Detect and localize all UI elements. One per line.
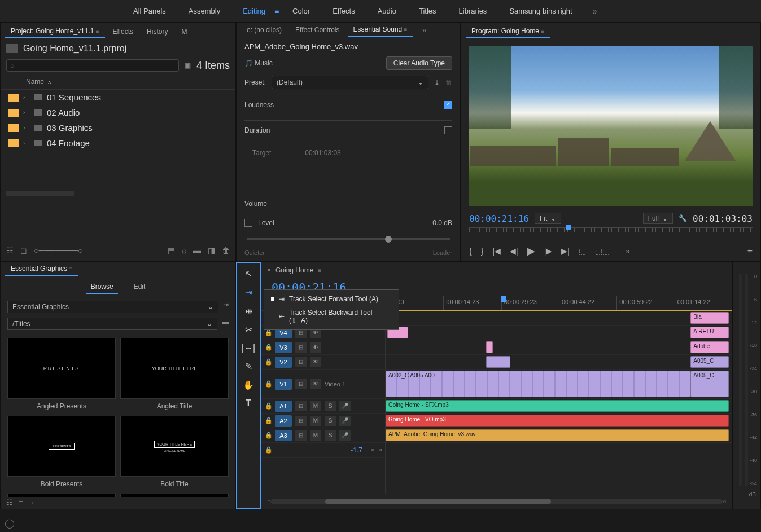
selection-tool-icon[interactable]: ↖: [245, 269, 252, 279]
scroll-handle-right[interactable]: ○: [723, 498, 727, 505]
effect-controls-tab[interactable]: Effect Controls: [290, 24, 345, 36]
master-track[interactable]: 🔒-1.7⇤⇥: [261, 443, 385, 458]
mic-icon[interactable]: 🎤: [339, 430, 351, 441]
duration-label[interactable]: Duration: [244, 126, 270, 134]
pen-tool-icon[interactable]: ✎: [245, 361, 252, 372]
play-icon[interactable]: ▶: [527, 245, 535, 257]
workspace-all-panels[interactable]: All Panels: [124, 3, 175, 19]
track-select-backward-tool[interactable]: ⇤Track Select Backward Tool (⇧+A): [264, 306, 399, 327]
new-folder-icon[interactable]: ▬: [193, 246, 201, 255]
workspace-overflow-icon[interactable]: »: [586, 5, 604, 18]
a3-row[interactable]: APM_Adobe_Going Home_v3.wav: [386, 428, 732, 443]
timeline-ruler[interactable]: 00:00 00:00:14:23 00:00:29:23 00:00:44:2…: [386, 296, 732, 311]
list-view-icon[interactable]: ☷: [6, 499, 12, 507]
tab-menu-icon[interactable]: ≡: [404, 27, 408, 33]
workspace-libraries[interactable]: Libraries: [450, 3, 496, 19]
eye-icon[interactable]: 👁: [310, 357, 321, 367]
graphic-item-bold-presents[interactable]: PRESENTS Bold Presents: [7, 416, 116, 488]
new-bin-icon[interactable]: ▣: [185, 61, 191, 69]
graphics-folder-select[interactable]: Essential Graphics⌄: [7, 301, 218, 313]
resolution-select[interactable]: Full⌄: [643, 213, 673, 224]
bin-footage[interactable]: ›04 Footage: [1, 135, 235, 151]
lock-icon[interactable]: 🔒: [265, 358, 272, 366]
track-select-tool-icon[interactable]: ⇥: [245, 287, 252, 298]
expand-icon[interactable]: ›: [23, 109, 30, 116]
clip[interactable]: A RETU: [690, 327, 729, 338]
sync-lock-icon[interactable]: ⊟: [295, 357, 307, 367]
track-header-v2[interactable]: 🔒V2⊟👁: [261, 355, 385, 370]
graphic-item-angled-title[interactable]: YOUR TITLE HERE Angled Title: [120, 338, 229, 410]
graphics-path-select[interactable]: /Titles⌄: [7, 318, 217, 330]
volume-slider[interactable]: [247, 238, 450, 240]
sync-lock-icon[interactable]: ⊟: [295, 401, 307, 411]
delete-preset-icon[interactable]: 🗑: [445, 78, 452, 86]
sync-lock-icon[interactable]: ⊟: [295, 430, 307, 441]
graphic-item-angled-presents[interactable]: PRESENTS Angled Presents: [7, 338, 116, 410]
sequence-name[interactable]: Going Home: [275, 266, 313, 274]
snap-icon[interactable]: ⇤⇥: [371, 446, 382, 454]
solo-button[interactable]: S: [325, 416, 336, 426]
sync-lock-icon[interactable]: ⊟: [295, 342, 307, 353]
icon-view-icon[interactable]: ◻: [20, 246, 27, 255]
track-select-forward-tool[interactable]: ⇥Track Select Forward Tool (A): [264, 292, 399, 306]
clip[interactable]: Adobe: [690, 341, 729, 353]
source-tab[interactable]: e: (no clips): [241, 24, 287, 36]
zoom-slider[interactable]: ○──────: [29, 499, 62, 507]
lock-icon[interactable]: 🔒: [265, 344, 272, 351]
tab-menu-icon[interactable]: ≡: [69, 266, 72, 272]
clip[interactable]: [486, 356, 510, 368]
history-tab[interactable]: History: [141, 25, 173, 38]
clip[interactable]: APM_Adobe_Going Home_v3.wav: [386, 429, 729, 441]
project-search-input[interactable]: ⌕: [6, 59, 179, 72]
sync-lock-icon[interactable]: ⊟: [295, 416, 307, 426]
transport-overflow-icon[interactable]: »: [619, 244, 637, 258]
clear-audio-type-button[interactable]: Clear Audio Type: [386, 56, 452, 70]
essential-sound-tab[interactable]: Essential Sound ≡: [348, 23, 413, 37]
clip[interactable]: A005_C: [690, 356, 729, 368]
lock-icon[interactable]: 🔒: [265, 380, 272, 388]
effects-tab[interactable]: Effects: [107, 25, 139, 38]
tab-menu-icon[interactable]: ≡: [96, 28, 99, 34]
lock-icon[interactable]: 🔒: [265, 417, 272, 424]
v4-row[interactable]: A RETU: [386, 326, 732, 340]
expand-icon[interactable]: ›: [23, 94, 30, 100]
zoom-slider[interactable]: ○───────○: [34, 246, 82, 255]
duration-checkbox[interactable]: [444, 126, 452, 134]
track-header-a1[interactable]: 🔒A1⊟MS🎤: [261, 399, 385, 414]
workspace-assembly[interactable]: Assembly: [180, 3, 229, 19]
workspace-titles[interactable]: Titles: [410, 3, 445, 19]
workspace-effects[interactable]: Effects: [323, 3, 364, 19]
lock-icon[interactable]: 🔒: [265, 446, 272, 454]
workspace-editing[interactable]: Editing: [234, 3, 274, 19]
v1-row[interactable]: A002_C A005 A00A005_C: [386, 370, 732, 399]
track-header-a2[interactable]: 🔒A2⊟MS🎤: [261, 414, 385, 428]
timeline-tracks-area[interactable]: 00:00 00:00:14:23 00:00:29:23 00:00:44:2…: [386, 296, 732, 494]
program-video-display[interactable]: [469, 46, 753, 206]
mute-button[interactable]: M: [310, 401, 321, 411]
browse-tab[interactable]: Browse: [86, 280, 118, 294]
workspace-menu-icon[interactable]: ≡: [274, 7, 279, 16]
mute-button[interactable]: M: [310, 416, 321, 426]
project-tab[interactable]: Project: Going Home_v11.1 ≡: [5, 25, 105, 38]
mark-in-icon[interactable]: {: [469, 247, 472, 256]
lock-icon[interactable]: 🔒: [265, 432, 272, 439]
expand-icon[interactable]: ›: [23, 140, 30, 146]
eye-icon[interactable]: 👁: [310, 342, 321, 353]
clip[interactable]: A005_C: [690, 371, 729, 397]
edit-tab[interactable]: Edit: [129, 280, 150, 294]
scroll-handle-left[interactable]: ○: [267, 498, 271, 505]
list-view-icon[interactable]: ☷: [6, 246, 14, 255]
sync-lock-icon[interactable]: ⊟: [295, 379, 307, 389]
mic-icon[interactable]: 🎤: [339, 416, 351, 426]
tab-menu-icon[interactable]: ≡: [318, 267, 321, 274]
lift-icon[interactable]: ⬚: [579, 247, 586, 256]
media-tab[interactable]: M: [176, 25, 193, 38]
program-tab[interactable]: Program: Going Home ≡: [466, 25, 550, 38]
a2-row[interactable]: Going Home - VO.mp3: [386, 414, 732, 428]
slip-tool-icon[interactable]: |↔|: [242, 343, 255, 353]
step-forward-icon[interactable]: |▶: [544, 247, 553, 256]
trash-icon[interactable]: 🗑: [222, 246, 230, 255]
expand-icon[interactable]: ›: [23, 125, 30, 131]
bin-sequences[interactable]: ›01 Sequences: [1, 90, 235, 105]
bin-audio[interactable]: ›02 Audio: [1, 105, 235, 120]
